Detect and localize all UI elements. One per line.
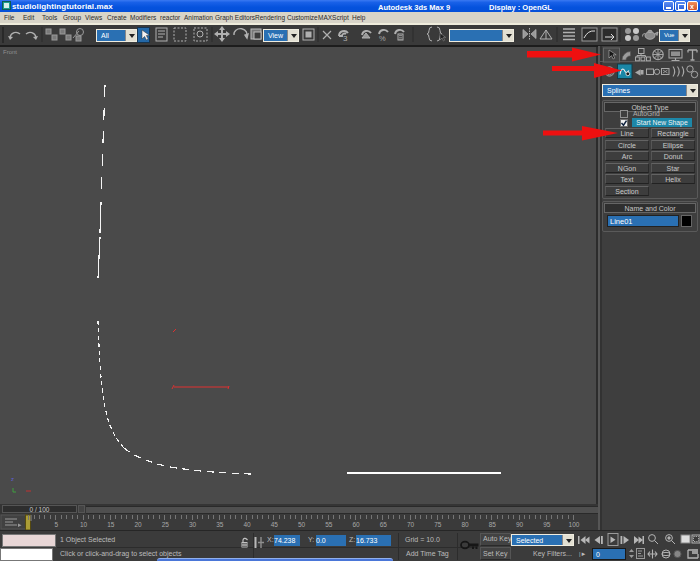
svg-text:z: z (11, 476, 14, 482)
